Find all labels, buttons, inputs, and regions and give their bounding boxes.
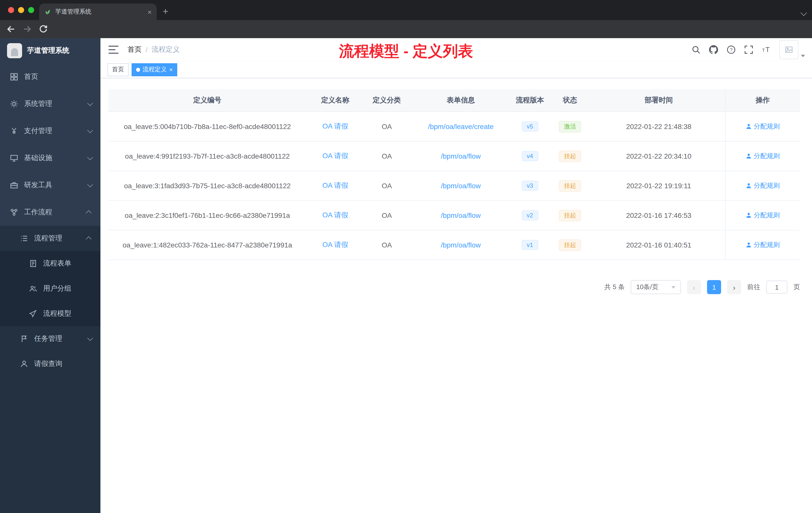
sidebar-item-label: 流程管理 (34, 234, 81, 243)
user-icon (746, 123, 752, 129)
cell-deploy-time: 2022-01-16 01:40:51 (592, 230, 725, 260)
avatar[interactable] (779, 40, 799, 59)
definition-name-link[interactable]: OA 请假 (322, 152, 348, 160)
breadcrumb-separator: / (146, 46, 148, 54)
browser-tab[interactable]: 芋道管理系统 × (39, 3, 157, 20)
tag-label: 首页 (112, 65, 124, 74)
goto-label: 前往 (747, 282, 760, 292)
sidebar-item-task-management[interactable]: 任务管理 (0, 326, 100, 351)
yen-icon (10, 127, 18, 135)
status-badge: 挂起 (559, 150, 581, 162)
form-info-link[interactable]: /bpm/oa/flow (441, 182, 481, 190)
active-dot (136, 67, 140, 71)
sidebar-item-label: 支付管理 (24, 126, 81, 135)
sidebar-item-process-model[interactable]: 流程模型 (0, 301, 100, 326)
breadcrumb-home[interactable]: 首页 (127, 45, 142, 54)
search-icon[interactable] (692, 45, 700, 54)
version-tag: v3 (522, 181, 538, 191)
assign-rule-link[interactable]: 分配规则 (746, 240, 780, 249)
assign-rule-link[interactable]: 分配规则 (746, 181, 780, 190)
sidebar-item-leave-query[interactable]: 请假查询 (0, 351, 100, 376)
status-badge: 挂起 (559, 180, 581, 191)
sidebar-item-process-management[interactable]: 流程管理 (0, 226, 100, 251)
new-tab-button[interactable]: + (163, 5, 168, 18)
reload-button[interactable] (38, 24, 48, 34)
table-row: oa_leave:4:991f2193-7b7f-11ec-a3c8-acde4… (109, 141, 800, 171)
sidebar-item-label: 基础设施 (24, 154, 81, 163)
assign-rule-link[interactable]: 分配规则 (746, 211, 780, 220)
tag-close-icon[interactable]: × (169, 66, 173, 72)
form-info-link[interactable]: /bpm/oa/flow (441, 241, 481, 249)
user-icon (746, 242, 752, 248)
form-info-link[interactable]: /bpm/oa/flow (441, 152, 481, 160)
definition-name-link[interactable]: OA 请假 (322, 240, 348, 248)
prev-page-button[interactable]: ‹ (687, 280, 701, 294)
back-button[interactable] (6, 24, 16, 34)
form-info-link[interactable]: /bpm/oa/flow (441, 211, 481, 219)
col-definition-category: 定义分类 (364, 89, 409, 112)
tab-close-icon[interactable]: × (148, 8, 152, 15)
goto-page-input[interactable] (766, 280, 787, 294)
breadcrumb-current: 流程定义 (152, 45, 180, 54)
cell-category: OA (364, 112, 409, 141)
sidebar-item-workflow[interactable]: 工作流程 (0, 199, 100, 226)
caret-down-icon[interactable] (801, 55, 805, 57)
cell-definition-id: oa_leave:3:1fad3d93-7b75-11ec-a3c8-acde4… (109, 171, 306, 201)
assign-rule-link[interactable]: 分配规则 (746, 122, 780, 131)
sidebar-item-process-form[interactable]: 流程表单 (0, 251, 100, 276)
svg-text:T: T (765, 46, 770, 54)
fullscreen-icon[interactable] (744, 45, 753, 54)
forward-button[interactable] (22, 24, 32, 34)
tab-search-chevron-icon[interactable] (802, 8, 806, 12)
sidebar-item-system[interactable]: 系统管理 (0, 90, 100, 117)
window-close-button[interactable] (8, 7, 14, 13)
assign-rule-link[interactable]: 分配规则 (746, 152, 780, 161)
sidebar: 芋道管理系统 首页 系统管理 支付管理 基础设施 (0, 38, 100, 513)
table-row: oa_leave:2:3c1f0ef1-76b1-11ec-9c66-a2380… (109, 201, 800, 230)
definition-name-link[interactable]: OA 请假 (322, 211, 348, 219)
sidebar-item-user-group[interactable]: 用户分组 (0, 276, 100, 301)
dashboard-icon (10, 73, 18, 81)
svg-text:T: T (762, 48, 765, 53)
cell-definition-id: oa_leave:2:3c1f0ef1-76b1-11ec-9c66-a2380… (109, 201, 306, 230)
help-icon[interactable]: ? (727, 45, 736, 54)
next-page-button[interactable]: › (727, 280, 741, 294)
form-info-link[interactable]: /bpm/oa/leave/create (428, 122, 494, 130)
version-tag: v5 (522, 121, 538, 131)
sidebar-item-payment[interactable]: 支付管理 (0, 117, 100, 145)
chevron-down-icon (87, 335, 93, 341)
tab-process-definition[interactable]: 流程定义 × (132, 63, 177, 76)
version-tag: v4 (522, 151, 538, 161)
sidebar-item-home[interactable]: 首页 (0, 63, 100, 90)
definition-name-link[interactable]: OA 请假 (322, 122, 348, 130)
form-icon (29, 260, 37, 268)
page-unit-label: 页 (793, 282, 800, 292)
sidebar-collapse-icon[interactable] (109, 46, 118, 54)
user-avatar-wrap[interactable] (779, 40, 805, 59)
sidebar-item-label: 流程表单 (43, 259, 91, 268)
col-definition-id: 定义编号 (109, 89, 306, 112)
chevron-down-icon (87, 127, 93, 133)
col-process-version: 流程版本 (512, 89, 547, 112)
user-icon (746, 212, 752, 218)
window-minimize-button[interactable] (18, 7, 24, 13)
tag-label: 流程定义 (143, 65, 167, 74)
sidebar-item-devtools[interactable]: 研发工具 (0, 172, 100, 199)
app-logo[interactable]: 芋道管理系统 (0, 38, 100, 63)
github-icon[interactable] (709, 45, 718, 54)
font-size-icon[interactable]: TT (762, 45, 771, 54)
sidebar-item-label: 工作流程 (24, 208, 81, 217)
status-badge: 挂起 (559, 210, 581, 221)
definition-name-link[interactable]: OA 请假 (322, 181, 348, 189)
col-deploy-time: 部署时间 (592, 89, 725, 112)
sidebar-menu: 首页 系统管理 支付管理 基础设施 研发工具 (0, 63, 100, 376)
sidebar-item-infrastructure[interactable]: 基础设施 (0, 145, 100, 172)
page-1-button[interactable]: 1 (707, 280, 721, 294)
status-badge: 激活 (559, 121, 581, 132)
tab-home[interactable]: 首页 (108, 63, 128, 76)
page-size-select[interactable]: 10条/页 (631, 280, 681, 294)
version-tag: v1 (522, 240, 538, 250)
cell-category: OA (364, 141, 409, 171)
svg-text:?: ? (730, 47, 733, 53)
window-zoom-button[interactable] (28, 7, 34, 13)
